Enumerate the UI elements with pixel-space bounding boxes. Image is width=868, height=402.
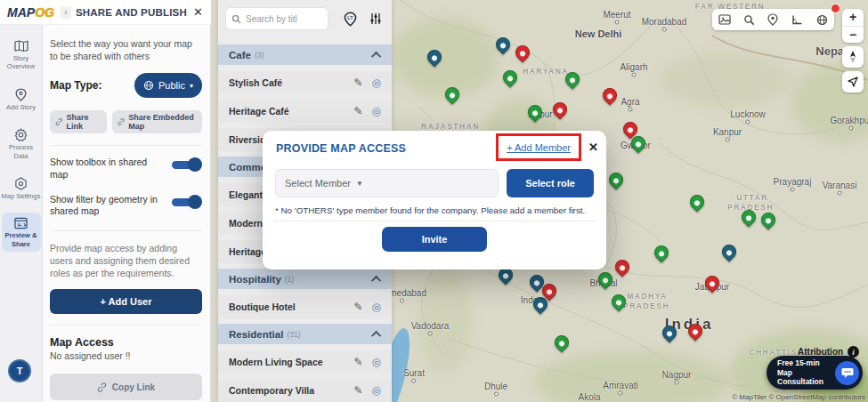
globe-icon[interactable] (812, 10, 831, 29)
compass-icon (848, 51, 857, 63)
map-credits[interactable]: © MapTiler © OpenStreetMap contributors (732, 393, 865, 401)
svg-text:LT: LT (347, 15, 353, 20)
locate-target-icon[interactable]: ◎ (372, 356, 381, 368)
map-access-title: Map Access (50, 336, 202, 349)
layer-item-name: Contemporary Villa (229, 385, 353, 396)
globe-icon (143, 80, 154, 91)
add-member-link[interactable]: + Add Member (507, 142, 571, 153)
map-label: MADHYA (627, 292, 668, 301)
select-member-dropdown[interactable]: Select Member ▼ (275, 169, 499, 197)
panel-title: SHARE AND PUBLISH (76, 7, 193, 18)
layer-item[interactable]: Heritage Café✎◎ (218, 100, 392, 123)
chevron-up-icon (371, 330, 381, 340)
locate-target-icon[interactable]: ◎ (372, 384, 381, 397)
layer-item-name: Stylish Café (229, 77, 353, 88)
link-icon (97, 382, 107, 392)
edit-pencil-icon[interactable]: ✎ (353, 105, 362, 117)
ruler-icon[interactable] (788, 10, 807, 29)
map-label: New Delhi (575, 28, 622, 39)
notification-badge (831, 4, 840, 13)
zoom-out-button[interactable]: − (842, 27, 864, 44)
window-icon (14, 217, 28, 229)
map-toolbar (712, 9, 834, 30)
add-user-button[interactable]: + Add User (50, 289, 202, 314)
map-label: RAJASTHAN (421, 122, 480, 131)
filter-sliders-icon[interactable] (367, 9, 385, 28)
locate-target-icon[interactable]: ◎ (372, 76, 381, 89)
copy-link-button[interactable]: Copy Link (50, 374, 202, 400)
town-dot-icon (849, 126, 854, 131)
locate-arrow-icon (848, 76, 858, 87)
map-label: Prayagraj (774, 177, 812, 192)
town-dot-icon (837, 191, 841, 196)
person-pin-icon[interactable] (763, 10, 783, 29)
map-label: Dhule (484, 382, 507, 397)
town-dot-icon (746, 120, 750, 125)
edit-pencil-icon[interactable]: ✎ (353, 76, 362, 89)
map-label: Vadodara (411, 321, 450, 336)
search-input[interactable] (246, 14, 322, 24)
zoom-in-button[interactable]: + (842, 9, 864, 27)
locate-layer-icon[interactable]: LT (341, 9, 360, 28)
avatar[interactable]: T (8, 359, 31, 382)
layer-item[interactable]: Contemporary Villa✎◎ (218, 379, 392, 402)
layer-item[interactable]: Stylish Café✎◎ (218, 71, 392, 94)
layer-item[interactable]: Boutique Hotel✎◎ (218, 295, 392, 318)
locate-target-icon[interactable]: ◎ (372, 105, 381, 117)
link-icon (55, 117, 63, 126)
toolbox-toggle[interactable] (172, 157, 202, 172)
sidebar-item-process-data[interactable]: Process Data (2, 124, 41, 164)
map-type-value: Public (158, 80, 185, 91)
map-label: PRADESH (623, 302, 669, 310)
layer-item[interactable]: Modern Living Space✎◎ (218, 350, 392, 374)
sidebar-item-add-story[interactable]: Add Story (2, 84, 41, 115)
layer-section-header[interactable]: Residential(31) (218, 324, 392, 344)
link-icon (118, 117, 125, 126)
edit-pencil-icon[interactable]: ✎ (353, 384, 362, 397)
sidebar-item-preview-share[interactable]: Preview & Share (2, 213, 41, 252)
caret-down-icon: ▼ (356, 180, 363, 188)
map-type-dropdown[interactable]: Public ▾ (134, 73, 202, 98)
no-member-warning: * No 'OTHERS' type member found for the … (275, 205, 585, 215)
map-label: Moradabad (642, 17, 687, 32)
map-label: Lucknow (730, 109, 765, 125)
share-intro-text: Select the way you want your map to be s… (50, 37, 202, 62)
locate-target-icon[interactable]: ◎ (372, 301, 381, 313)
modal-close-icon[interactable]: ✕ (588, 141, 598, 154)
layer-item-name: Heritage Café (229, 106, 353, 117)
collapse-chevron-icon[interactable]: › (61, 6, 71, 19)
compass-button[interactable] (842, 46, 864, 68)
town-dot-icon (618, 391, 622, 396)
map-label: UTTAR (736, 193, 768, 202)
sidebar-item-story-overview[interactable]: Story Overview (2, 36, 41, 75)
consultation-chat-button[interactable]: Free 15-min Map Consultation (767, 356, 863, 390)
filter-toggle[interactable] (172, 195, 202, 209)
sidebar-item-map-settings[interactable]: Map Settings (2, 173, 41, 204)
chat-line2: Consultation (777, 377, 835, 387)
town-dot-icon (401, 299, 405, 303)
layer-item-name: Modern Living Space (229, 357, 353, 367)
town-dot-icon (662, 28, 667, 32)
chevron-up-icon (371, 275, 381, 285)
invite-button[interactable]: Invite (382, 227, 487, 252)
layer-section-header[interactable]: Cafe(3) (218, 44, 392, 65)
map-access-subtitle: No assigned user !! (50, 350, 202, 361)
edit-pencil-icon[interactable]: ✎ (353, 301, 362, 313)
share-link-button[interactable]: Share Link (50, 110, 107, 133)
locate-button[interactable] (842, 71, 864, 92)
search-icon[interactable] (739, 10, 758, 29)
select-role-button[interactable]: Select role (507, 169, 594, 197)
share-publish-panel: Select the way you want your map to be s… (43, 25, 211, 402)
town-dot-icon (629, 108, 633, 112)
share-embedded-map-button[interactable]: Share Embedded Map (112, 110, 202, 133)
edit-pencil-icon[interactable]: ✎ (353, 356, 362, 368)
map-type-label: Map Type: (50, 79, 101, 92)
map-label: Meerut (603, 10, 630, 25)
panel-close-icon[interactable]: ✕ (193, 5, 203, 19)
layer-section-header[interactable]: Hospitality(1) (218, 269, 392, 289)
image-icon[interactable] (715, 10, 734, 29)
layer-search[interactable] (225, 7, 329, 30)
book-icon (14, 40, 28, 52)
panel-header: MAPOG › SHARE AND PUBLISH ✕ (0, 0, 211, 25)
map-label: Agra (621, 97, 639, 112)
